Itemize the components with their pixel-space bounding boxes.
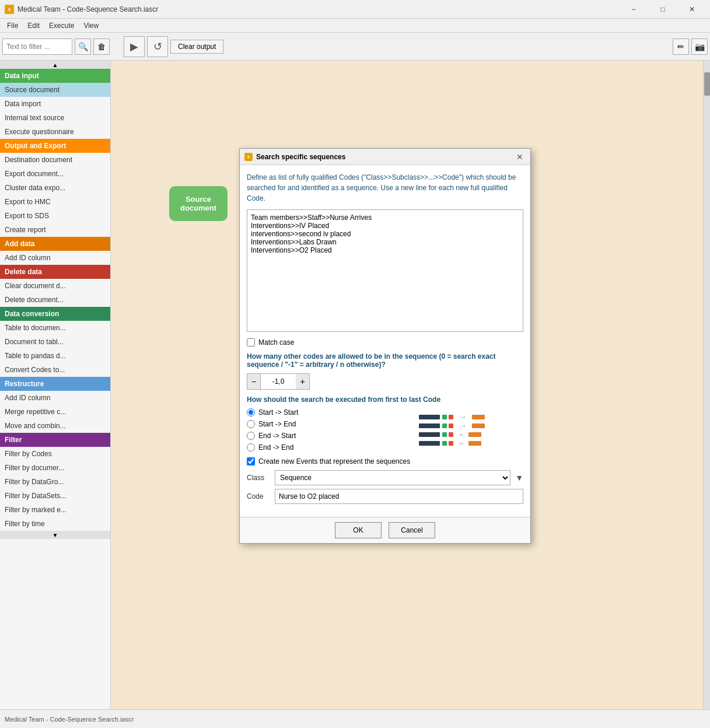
sidebar-scroll-up[interactable]: ▲: [0, 61, 110, 69]
canvas-area: Source document Sequence search Destinat…: [111, 61, 710, 709]
create-events-label: Create new Events that represent the seq…: [258, 457, 410, 466]
radio-end-start-label: End -> Start: [258, 432, 296, 440]
menu-edit[interactable]: Edit: [23, 20, 44, 31]
app-icon: s: [5, 5, 14, 14]
radio-start-start: Start -> Start: [247, 408, 379, 416]
sidebar-item-source-document[interactable]: Source document: [0, 83, 110, 97]
ok-button[interactable]: OK: [335, 522, 382, 538]
diagram-row-1: →: [419, 414, 489, 420]
sequence-textarea[interactable]: Team members>>Staff>>Nurse Arrives Inter…: [247, 209, 523, 332]
menu-file[interactable]: File: [2, 20, 23, 31]
play-button[interactable]: ▶: [124, 36, 145, 57]
create-events-checkbox[interactable]: [247, 457, 255, 466]
sidebar-item-data-conversion[interactable]: Data conversion: [0, 307, 110, 321]
dialog-title-bar: s Search specific sequences ✕: [240, 149, 530, 165]
stepper-minus-button[interactable]: −: [247, 373, 261, 390]
delete-button[interactable]: 🗑: [93, 38, 110, 55]
menu-bar: File Edit Execute View: [0, 19, 710, 33]
stepper-row: − -1,0 +: [247, 373, 523, 390]
sidebar-item-filter-codes[interactable]: Filter by Codes: [0, 447, 110, 461]
sidebar-item-destination-document[interactable]: Destination document: [0, 153, 110, 167]
maximize-button[interactable]: □: [649, 0, 676, 19]
menu-execute[interactable]: Execute: [44, 20, 79, 31]
radio-start-end-input[interactable]: [247, 420, 255, 428]
code-label: Code: [247, 492, 270, 501]
radio-start-end-label: Start -> End: [258, 420, 296, 428]
sidebar-item-filter-datasets[interactable]: Filter by DataSets...: [0, 489, 110, 503]
node-source-document[interactable]: Source document: [169, 186, 228, 221]
sidebar-item-create-report[interactable]: Create report: [0, 223, 110, 237]
sidebar-item-merge-repetitive[interactable]: Merge repetitive c...: [0, 405, 110, 419]
radio-start-start-input[interactable]: [247, 408, 255, 416]
match-case-label: Match case: [258, 338, 294, 346]
search-button[interactable]: 🔍: [75, 38, 91, 55]
edit-button[interactable]: ✏: [673, 38, 689, 55]
main-layout: ▲ Data input Source document Data import…: [0, 61, 710, 709]
sidebar-item-add-data[interactable]: Add data: [0, 237, 110, 251]
screenshot-button[interactable]: 📷: [691, 38, 708, 55]
radio-group: Start -> Start Start -> End End -> Start: [247, 408, 379, 452]
stepper-plus-button[interactable]: +: [296, 373, 310, 390]
sidebar-item-filter-datagroup[interactable]: Filter by DataGro...: [0, 475, 110, 489]
sidebar-item-convert-codes[interactable]: Convert Codes to...: [0, 363, 110, 377]
sidebar-item-export-hmc[interactable]: Export to HMC: [0, 195, 110, 209]
sidebar-item-add-id-column[interactable]: Add ID column: [0, 251, 110, 265]
toolbar: 🔍 🗑 ▶ ↺ Clear output ✏ 📷: [0, 33, 710, 61]
dialog-body: Define as list of fully qualified Codes …: [240, 165, 530, 517]
node-source-label: Source document: [180, 195, 216, 212]
radio-end-end-input[interactable]: [247, 443, 255, 452]
sidebar: ▲ Data input Source document Data import…: [0, 61, 111, 709]
sidebar-item-clear-document[interactable]: Clear document d...: [0, 279, 110, 293]
sidebar-item-export-sds[interactable]: Export to SDS: [0, 209, 110, 223]
reset-button[interactable]: ↺: [147, 36, 168, 57]
sidebar-item-restructure[interactable]: Restructure: [0, 377, 110, 391]
sidebar-item-data-import[interactable]: Data import: [0, 97, 110, 111]
sidebar-item-delete-document[interactable]: Delete document...: [0, 293, 110, 307]
sidebar-item-internal-text-source[interactable]: Internal text source: [0, 111, 110, 125]
sidebar-item-add-id-column-2[interactable]: Add ID column: [0, 391, 110, 405]
filter-input[interactable]: [2, 38, 72, 55]
canvas-scrollbar[interactable]: [703, 61, 710, 709]
dialog-icon: s: [244, 153, 253, 161]
sidebar-item-filter-document[interactable]: Filter by documer...: [0, 461, 110, 475]
sidebar-scroll-down[interactable]: ▼: [0, 531, 110, 539]
class-label: Class: [247, 474, 270, 482]
sidebar-item-move-combine[interactable]: Move and combin...: [0, 419, 110, 433]
clear-output-button[interactable]: Clear output: [170, 40, 223, 54]
radio-end-start: End -> Start: [247, 432, 379, 440]
sidebar-item-execute-questionnaire[interactable]: Execute questionnaire: [0, 125, 110, 139]
class-select[interactable]: Sequence: [275, 470, 510, 485]
dialog-close-button[interactable]: ✕: [514, 151, 526, 163]
cancel-button[interactable]: Cancel: [389, 522, 435, 538]
sidebar-item-document-to-table[interactable]: Document to tabl...: [0, 335, 110, 349]
radio-end-end-label: End -> End: [258, 443, 293, 452]
minimize-button[interactable]: −: [620, 0, 647, 19]
sidebar-item-export-document[interactable]: Export document...: [0, 167, 110, 181]
sidebar-item-filter[interactable]: Filter: [0, 433, 110, 447]
question2: How should the search be executed from f…: [247, 396, 523, 404]
sidebar-item-output-export[interactable]: Output and Export: [0, 139, 110, 153]
diagram-row-3: →: [419, 431, 489, 438]
close-button[interactable]: ✕: [678, 0, 705, 19]
sidebar-item-cluster-data-expo[interactable]: Cluster data expo...: [0, 181, 110, 195]
scrollbar-thumb[interactable]: [704, 72, 710, 96]
class-dropdown-icon[interactable]: ▼: [515, 473, 523, 482]
match-case-checkbox[interactable]: [247, 338, 255, 346]
radio-start-start-label: Start -> Start: [258, 408, 298, 416]
search-sequences-dialog: s Search specific sequences ✕ Define as …: [239, 148, 531, 544]
question1: How many other codes are allowed to be i…: [247, 352, 523, 369]
code-input[interactable]: [275, 489, 523, 504]
direction-diagram: → →: [384, 408, 523, 452]
sidebar-item-delete-data[interactable]: Delete data: [0, 265, 110, 279]
menu-view[interactable]: View: [79, 20, 103, 31]
radio-start-end: Start -> End: [247, 420, 379, 428]
status-text: Medical Team - Code-Sequence Search.iasc…: [5, 716, 134, 723]
sidebar-item-table-to-document[interactable]: Table to documen...: [0, 321, 110, 335]
class-field-row: Class Sequence ▼: [247, 470, 523, 485]
sidebar-item-table-to-pandas[interactable]: Table to pandas d...: [0, 349, 110, 363]
sidebar-item-filter-marked[interactable]: Filter by marked e...: [0, 503, 110, 517]
title-bar: s Medical Team - Code-Sequence Search.ia…: [0, 0, 710, 19]
sidebar-item-data-input[interactable]: Data input: [0, 69, 110, 83]
radio-end-start-input[interactable]: [247, 432, 255, 440]
sidebar-item-filter-time[interactable]: Filter by time: [0, 517, 110, 531]
